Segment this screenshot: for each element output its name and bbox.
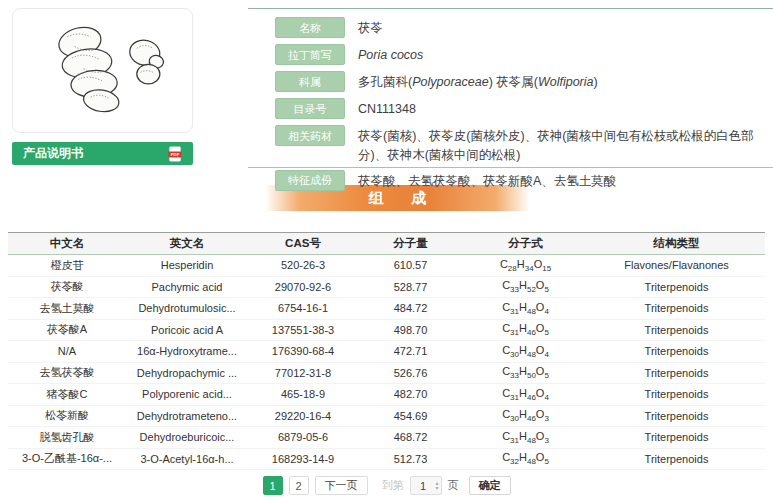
cell-molecular-formula: C31H46O4	[463, 384, 588, 406]
page-buttons: 12	[263, 476, 309, 495]
cell-molecular-formula: C33H52O5	[463, 276, 588, 298]
col-header-english-name: 英文名	[126, 233, 248, 255]
cell-chinese-name[interactable]: 茯苓酸A	[8, 319, 126, 341]
cell-cas: 77012-31-8	[248, 362, 358, 384]
cell-molecular-formula: C28H34O15	[463, 255, 588, 277]
cell-chinese-name[interactable]: 橙皮苷	[8, 255, 126, 277]
cell-cas: 168293-14-9	[248, 448, 358, 470]
cell-chinese-name[interactable]: 松苓新酸	[8, 405, 126, 427]
cell-chinese-name[interactable]: 3-O-乙酰基-16α-...	[8, 448, 126, 470]
page-button-2[interactable]: 2	[289, 476, 309, 495]
info-field-row: 目录号 CN111348	[248, 98, 773, 119]
field-label: 特征成份	[275, 170, 345, 191]
cell-molecular-weight: 610.57	[358, 255, 463, 277]
table-row: N/A 16α-Hydroxytrame... 176390-68-4 472.…	[8, 341, 765, 363]
field-label: 拉丁简写	[275, 44, 345, 65]
cell-english-name[interactable]: Dehydropachymic ...	[126, 362, 248, 384]
cell-molecular-weight: 512.73	[358, 448, 463, 470]
field-value: 多孔菌科(Polyporaceae) 茯苓属(Wolfiporia)	[358, 71, 767, 91]
cell-english-name[interactable]: Dehydrotumulosic...	[126, 298, 248, 320]
col-header-molecular-weight: 分子量	[358, 233, 463, 255]
svg-text:PDF: PDF	[171, 152, 180, 157]
cell-cas: 29070-92-6	[248, 276, 358, 298]
cell-chinese-name[interactable]: 去氢土莫酸	[8, 298, 126, 320]
cell-cas: 520-26-3	[248, 255, 358, 277]
field-label: 科属	[275, 71, 345, 92]
product-info-panel: 名称 茯苓 拉丁简写 Poria cocos 科属 多孔菌科(Polyporac…	[248, 8, 773, 168]
cell-cas: 6879-05-6	[248, 427, 358, 449]
cell-english-name[interactable]: 16α-Hydroxytrame...	[126, 341, 248, 363]
left-column: 产品说明书 PDF	[12, 0, 193, 165]
table-row: 脱氢齿孔酸 Dehydroeburicoic... 6879-05-6 468.…	[8, 427, 765, 449]
col-header-chinese-name: 中文名	[8, 233, 126, 255]
table-row: 去氢茯苓酸 Dehydropachymic ... 77012-31-8 526…	[8, 362, 765, 384]
cell-cas: 176390-68-4	[248, 341, 358, 363]
cell-cas: 465-18-9	[248, 384, 358, 406]
top-section: 产品说明书 PDF 名称 茯苓 拉丁简写 Poria cocos 科属 多孔菌科…	[0, 0, 773, 168]
cell-structure-type: Triterpenoids	[588, 362, 765, 384]
pagination: 12 下一页 到第 1 ▴▾ 页 确定	[0, 476, 773, 495]
goto-page-label: 到第	[382, 478, 404, 493]
col-header-structure-type: 结构类型	[588, 233, 765, 255]
cell-cas: 6754-16-1	[248, 298, 358, 320]
field-label: 目录号	[275, 98, 345, 119]
composition-table: 中文名 英文名 CAS号 分子量 分子式 结构类型 橙皮苷 Hesperidin…	[8, 232, 765, 470]
cell-structure-type: Triterpenoids	[588, 319, 765, 341]
field-value: 茯苓酸、去氢茯苓酸、茯苓新酸A、去氢土莫酸	[358, 170, 767, 190]
table-row: 茯苓酸A Poricoic acid A 137551-38-3 498.70 …	[8, 319, 765, 341]
table-row: 橙皮苷 Hesperidin 520-26-3 610.57 C28H34O15…	[8, 255, 765, 277]
cell-chinese-name[interactable]: 去氢茯苓酸	[8, 362, 126, 384]
product-illustration	[23, 17, 183, 124]
cell-structure-type: Triterpenoids	[588, 276, 765, 298]
cell-molecular-weight: 472.71	[358, 341, 463, 363]
cell-structure-type: Triterpenoids	[588, 427, 765, 449]
table-row: 3-O-乙酰基-16α-... 3-O-Acetyl-16α-h... 1682…	[8, 448, 765, 470]
cell-chinese-name[interactable]: N/A	[8, 341, 126, 363]
cell-cas: 29220-16-4	[248, 405, 358, 427]
info-field-row: 名称 茯苓	[248, 17, 773, 38]
info-field-row: 科属 多孔菌科(Polyporaceae) 茯苓属(Wolfiporia)	[248, 71, 773, 92]
cell-molecular-formula: C30H46O3	[463, 405, 588, 427]
cell-molecular-formula: C31H48O4	[463, 298, 588, 320]
cell-english-name[interactable]: Hesperidin	[126, 255, 248, 277]
cell-english-name[interactable]: Dehydroeburicoic...	[126, 427, 248, 449]
page-button-1[interactable]: 1	[263, 476, 283, 495]
col-header-cas: CAS号	[248, 233, 358, 255]
cell-cas: 137551-38-3	[248, 319, 358, 341]
cell-english-name[interactable]: Poricoic acid A	[126, 319, 248, 341]
brochure-label: 产品说明书	[23, 145, 83, 162]
cell-molecular-formula: C31H46O5	[463, 319, 588, 341]
info-field-row: 特征成份 茯苓酸、去氢茯苓酸、茯苓新酸A、去氢土莫酸	[248, 170, 773, 191]
product-brochure-button[interactable]: 产品说明书 PDF	[12, 142, 193, 165]
next-page-button[interactable]: 下一页	[315, 476, 368, 495]
page-unit-label: 页	[448, 478, 459, 493]
cell-structure-type: Triterpenoids	[588, 448, 765, 470]
table-row: 去氢土莫酸 Dehydrotumulosic... 6754-16-1 484.…	[8, 298, 765, 320]
table-row: 松苓新酸 Dehydrotrameteno... 29220-16-4 454.…	[8, 405, 765, 427]
table-row: 猪苓酸C Polyporenic acid... 465-18-9 482.70…	[8, 384, 765, 406]
table-row: 茯苓酸 Pachymic acid 29070-92-6 528.77 C33H…	[8, 276, 765, 298]
field-label: 名称	[275, 17, 345, 38]
table-header-row: 中文名 英文名 CAS号 分子量 分子式 结构类型	[8, 233, 765, 255]
cell-molecular-weight: 454.69	[358, 405, 463, 427]
field-value: Poria cocos	[358, 44, 767, 64]
spinner-arrows-icon[interactable]: ▴▾	[435, 481, 440, 491]
cell-molecular-weight: 482.70	[358, 384, 463, 406]
cell-english-name[interactable]: Dehydrotrameteno...	[126, 405, 248, 427]
field-value: 茯苓	[358, 17, 767, 37]
cell-chinese-name[interactable]: 猪苓酸C	[8, 384, 126, 406]
cell-chinese-name[interactable]: 脱氢齿孔酸	[8, 427, 126, 449]
cell-english-name[interactable]: Polyporenic acid...	[126, 384, 248, 406]
pdf-icon: PDF	[168, 146, 182, 162]
field-label: 相关药材	[275, 125, 345, 146]
cell-molecular-weight: 484.72	[358, 298, 463, 320]
info-field-row: 相关药材 茯苓(菌核)、茯苓皮(菌核外皮)、茯神(菌核中间包有松枝或松根的白色部…	[248, 125, 773, 163]
page-number-input[interactable]: 1 ▴▾	[410, 476, 442, 495]
cell-molecular-weight: 528.77	[358, 276, 463, 298]
cell-chinese-name[interactable]: 茯苓酸	[8, 276, 126, 298]
confirm-button[interactable]: 确定	[469, 476, 511, 495]
page-number-value: 1	[411, 480, 436, 492]
cell-english-name[interactable]: Pachymic acid	[126, 276, 248, 298]
cell-english-name[interactable]: 3-O-Acetyl-16α-h...	[126, 448, 248, 470]
field-value: CN111348	[358, 98, 767, 118]
